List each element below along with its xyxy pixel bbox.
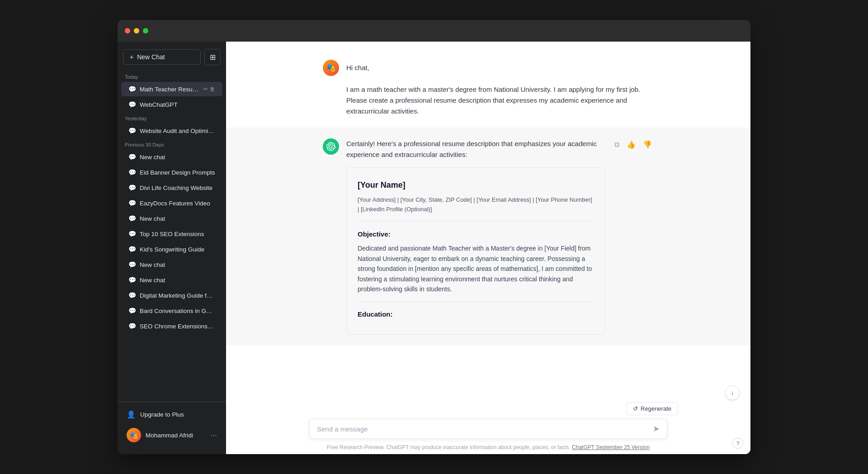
main-content: 🎭 Hi chat, I am a math teacher with a ma… <box>226 42 750 454</box>
chat-bubble-icon: 💬 <box>128 246 136 253</box>
chat-bubble-icon: 💬 <box>128 261 136 268</box>
user-message-greeting: Hi chat, <box>346 62 654 73</box>
sidebar-item-label: New chat <box>140 277 165 284</box>
resume-card: [Your Name] [Your Address] | [Your City,… <box>346 167 605 335</box>
app-window: + New Chat ⊞ Today 💬 Math Teacher Resume… <box>118 20 750 454</box>
sidebar-item-digital-marketing[interactable]: 💬 Digital Marketing Guide for St... <box>121 288 222 303</box>
assistant-header: Certainly! Here's a professional resume … <box>323 138 654 335</box>
user-message: 🎭 Hi chat, I am a math teacher with a ma… <box>323 60 654 117</box>
footer-text: Free Research Preview. ChatGPT may produ… <box>327 444 571 450</box>
assistant-actions: ⧉ 👍 👎 <box>613 138 654 151</box>
sidebar-item-label: Bard Conversations in Google <box>140 308 215 314</box>
sidebar-item-label: New chat <box>140 215 165 222</box>
user-avatar-emoji: 🎭 <box>129 431 138 440</box>
thumbs-up-button[interactable]: 👍 <box>625 138 637 151</box>
scroll-down-icon: ↓ <box>731 389 734 396</box>
chat-area: 🎭 Hi chat, I am a math teacher with a ma… <box>226 42 750 397</box>
chat-bubble-icon: 💬 <box>128 153 136 161</box>
upgrade-label: Upgrade to Plus <box>140 411 184 418</box>
sidebar-item-label: WebChatGPT <box>140 101 178 108</box>
maximize-button[interactable] <box>143 28 148 33</box>
sidebar-item-label: New chat <box>140 261 165 268</box>
chat-bubble-icon: 💬 <box>128 85 136 93</box>
sidebar-item-new-chat-1[interactable]: 💬 New chat <box>121 150 222 164</box>
sidebar-item-label: New chat <box>140 154 165 161</box>
user-avatar: 🎭 <box>127 428 141 442</box>
copy-button[interactable]: ⧉ <box>613 138 621 151</box>
resume-divider-2 <box>358 301 594 302</box>
chat-bubble-icon: 💬 <box>128 292 136 299</box>
sidebar-item-label: Kid's Songwriting Guide <box>140 246 204 253</box>
user-message-text: Hi chat, I am a math teacher with a mast… <box>346 60 654 117</box>
sidebar-item-eazydocs[interactable]: 💬 EazyDocs Features Video <box>121 196 222 210</box>
resume-objective-title: Objective: <box>358 229 594 240</box>
chat-bubble-icon: 💬 <box>128 199 136 207</box>
chat-bubble-icon: 💬 <box>128 184 136 191</box>
sidebar-item-new-chat-4[interactable]: 💬 New chat <box>121 273 222 287</box>
user-profile-item[interactable]: 🎭 Mohammad Afridi ··· <box>121 423 222 447</box>
chat-bubble-icon: 💬 <box>128 322 136 330</box>
layout-icon: ⊞ <box>210 53 216 62</box>
assistant-content: Certainly! Here's a professional resume … <box>346 138 605 335</box>
input-wrapper-outer: ➤ <box>298 419 678 442</box>
sidebar-item-seo-chrome[interactable]: 💬 SEO Chrome Extensions 2023 <box>121 319 222 333</box>
footer-link[interactable]: ChatGPT September 25 Version <box>572 444 650 450</box>
assistant-message-inner: Certainly! Here's a professional resume … <box>312 138 665 335</box>
chat-input[interactable] <box>317 425 653 433</box>
regenerate-button[interactable]: ↺ Regenerate <box>626 402 678 415</box>
regenerate-area: ↺ Regenerate <box>298 400 678 419</box>
user-more-icon[interactable]: ··· <box>210 431 217 440</box>
thumbs-up-icon: 👍 <box>627 141 636 148</box>
sidebar-item-website-audit[interactable]: 💬 Website Audit and Optimizati... <box>121 123 222 138</box>
new-chat-button[interactable]: + New Chat <box>123 49 201 65</box>
resume-objective-content: Dedicated and passionate Math Teacher wi… <box>358 243 594 294</box>
plus-icon: + <box>130 53 133 61</box>
copy-icon: ⧉ <box>614 141 619 148</box>
sidebar-item-label: Top 10 SEO Extensions <box>140 231 204 237</box>
chat-bubble-icon: 💬 <box>128 276 136 284</box>
sidebar-item-top-10-seo[interactable]: 💬 Top 10 SEO Extensions <box>121 227 222 241</box>
sidebar-item-math-teacher-resume[interactable]: 💬 Math Teacher Resume ✏ 🗑 <box>121 82 222 96</box>
user-message-body: I am a math teacher with a master's degr… <box>346 84 654 117</box>
help-button[interactable]: ? <box>732 438 743 449</box>
main-wrapper: 🎭 Hi chat, I am a math teacher with a ma… <box>226 42 750 454</box>
send-button[interactable]: ➤ <box>653 424 660 434</box>
sidebar-item-bard-conversations[interactable]: 💬 Bard Conversations in Google <box>121 303 222 318</box>
user-name-label: Mohammad Afridi <box>146 432 193 439</box>
scroll-to-bottom-button[interactable]: ↓ <box>725 385 740 400</box>
sidebar-item-new-chat-3[interactable]: 💬 New chat <box>121 257 222 272</box>
new-chat-label: New Chat <box>137 53 165 61</box>
chat-bubble-icon: 💬 <box>128 169 136 176</box>
thumbs-down-button[interactable]: 👎 <box>641 138 654 151</box>
user-icon: 👤 <box>127 410 136 419</box>
sidebar-item-webchatgpt[interactable]: 💬 WebChatGPT <box>121 97 222 112</box>
openai-logo-icon <box>326 142 335 151</box>
sidebar-item-label: SEO Chrome Extensions 2023 <box>140 323 215 330</box>
regenerate-label: Regenerate <box>641 405 671 412</box>
close-button[interactable] <box>125 28 130 33</box>
section-label-yesterday: Yesterday <box>118 112 226 123</box>
thumbs-down-icon: 👎 <box>643 141 652 148</box>
edit-icon[interactable]: ✏ <box>203 86 208 92</box>
chat-bubble-icon: 💬 <box>128 215 136 222</box>
section-label-previous: Previous 30 Days <box>118 138 226 149</box>
chat-bubble-icon: 💬 <box>128 127 136 134</box>
minimize-button[interactable] <box>134 28 139 33</box>
sidebar-item-new-chat-2[interactable]: 💬 New chat <box>121 211 222 226</box>
sidebar-layout-button[interactable]: ⊞ <box>204 49 221 65</box>
trash-icon[interactable]: 🗑 <box>210 86 215 92</box>
sidebar: + New Chat ⊞ Today 💬 Math Teacher Resume… <box>118 42 226 454</box>
app-body: + New Chat ⊞ Today 💬 Math Teacher Resume… <box>118 42 750 454</box>
sidebar-item-divi-life[interactable]: 💬 Divi Life Coaching Website <box>121 180 222 195</box>
assistant-avatar <box>323 138 339 155</box>
sidebar-item-eid-banner[interactable]: 💬 Eid Banner Design Prompts <box>121 165 222 180</box>
footer-disclaimer: Free Research Preview. ChatGPT may produ… <box>226 442 750 454</box>
upgrade-to-plus-item[interactable]: 👤 Upgrade to Plus <box>121 406 222 423</box>
question-mark-icon: ? <box>736 440 739 447</box>
sidebar-item-label: EazyDocs Features Video <box>140 200 210 207</box>
send-icon: ➤ <box>653 424 660 434</box>
chat-bubble-icon: 💬 <box>128 307 136 314</box>
resume-divider-1 <box>358 221 594 222</box>
resume-name: [Your Name] <box>358 179 594 192</box>
sidebar-item-kids-songwriting[interactable]: 💬 Kid's Songwriting Guide <box>121 242 222 256</box>
